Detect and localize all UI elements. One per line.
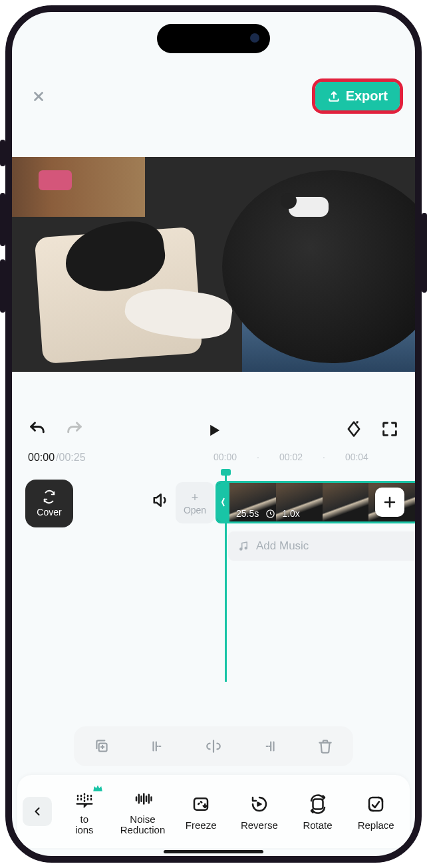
crown-icon [92, 782, 104, 794]
speed-icon [265, 509, 275, 519]
volume-down [0, 259, 5, 313]
tool-label: Replace [358, 819, 394, 831]
top-bar: Export [12, 12, 415, 120]
add-music-label: Add Music [256, 539, 309, 553]
fullscreen-button[interactable] [380, 420, 399, 441]
svg-point-2 [245, 547, 247, 549]
rotate-tool[interactable]: Rotate [289, 793, 347, 831]
music-icon [237, 540, 249, 552]
replace-tool[interactable]: Replace [347, 793, 404, 831]
time-mark: 00:02 [279, 452, 303, 462]
fullscreen-icon [380, 420, 399, 438]
add-music-button[interactable]: Add Music [228, 531, 415, 561]
keyframe-icon [345, 420, 363, 438]
home-indicator[interactable] [164, 850, 263, 853]
noise-reduction-tool[interactable]: Noise Reduction [114, 788, 172, 835]
undo-icon [28, 420, 47, 438]
tool-label: Rotate [303, 819, 332, 831]
copy-button[interactable] [90, 734, 114, 758]
player-controls [12, 372, 415, 450]
add-clip-button[interactable] [375, 488, 404, 517]
close-icon [31, 89, 46, 104]
bottom-toolbar: to ions Noise Reduction Freeze [17, 775, 410, 848]
video-preview[interactable] [12, 157, 415, 372]
play-button[interactable] [202, 418, 226, 442]
playhead[interactable] [225, 470, 227, 682]
freeze-icon [191, 794, 211, 814]
cover-label: Cover [37, 507, 61, 517]
redo-icon [65, 420, 84, 438]
play-icon [205, 421, 223, 440]
export-button[interactable]: Export [315, 82, 400, 110]
sync-icon [42, 490, 57, 504]
plus-icon [382, 494, 398, 510]
open-label: Open [184, 505, 206, 515]
phone-frame: Export [5, 5, 422, 863]
undo-button[interactable] [28, 420, 47, 441]
tool-label: to [75, 814, 94, 825]
split-right-button[interactable] [257, 734, 281, 758]
reverse-icon [249, 794, 269, 814]
speaker-icon [152, 490, 172, 510]
tool-label: Reverse [241, 819, 278, 831]
noise-reduction-icon [133, 789, 153, 809]
current-time: 00:00 [28, 452, 55, 464]
tool-label: Freeze [186, 819, 217, 831]
upload-icon [327, 90, 341, 103]
split-left-button[interactable] [146, 734, 170, 758]
export-highlight: Export [312, 78, 403, 114]
copy-icon [93, 738, 110, 755]
volume-up [0, 193, 5, 246]
captions-tool[interactable]: to ions [56, 788, 113, 835]
mute-button[interactable] [152, 490, 176, 514]
power-button [422, 213, 427, 293]
svg-rect-5 [313, 799, 323, 809]
split-icon [205, 738, 222, 755]
split-button[interactable] [202, 734, 225, 758]
replace-icon [366, 794, 386, 814]
clip-duration: 25.5s [236, 508, 259, 519]
plus-icon: + [192, 491, 199, 505]
export-label: Export [346, 88, 388, 104]
time-mark: 00:04 [345, 452, 368, 462]
volume-toggle [0, 140, 5, 166]
tool-label: Reduction [120, 825, 166, 835]
svg-point-1 [240, 548, 242, 550]
time-mark: 00:00 [214, 452, 237, 462]
timeline[interactable]: Cover + Open 25.5s [12, 470, 415, 696]
time-ruler: 00:00 /00:25 00:00 · 00:02 · 00:04 [12, 450, 415, 470]
redo-button[interactable] [65, 420, 84, 441]
clip-speed: 1.0x [282, 508, 299, 519]
total-time: /00:25 [56, 452, 85, 464]
rotate-icon [308, 794, 328, 814]
mini-toolbar [74, 726, 353, 766]
reverse-tool[interactable]: Reverse [231, 793, 288, 831]
trim-right-icon [261, 738, 278, 755]
keyframe-button[interactable] [345, 420, 363, 441]
tool-label: ions [75, 825, 94, 835]
tool-label: Noise [120, 814, 166, 825]
open-button[interactable]: + Open [176, 482, 214, 523]
cover-button[interactable]: Cover [25, 480, 73, 527]
trash-icon [317, 738, 334, 755]
clip-trim-left[interactable] [217, 483, 229, 521]
freeze-tool[interactable]: Freeze [172, 793, 229, 831]
back-button[interactable] [23, 797, 52, 826]
chevron-left-icon [31, 805, 44, 818]
trim-left-icon [149, 738, 166, 755]
svg-rect-6 [369, 797, 382, 811]
clip-info: 25.5s 1.0x [236, 508, 300, 519]
delete-button[interactable] [313, 734, 337, 758]
close-button[interactable] [25, 83, 52, 110]
